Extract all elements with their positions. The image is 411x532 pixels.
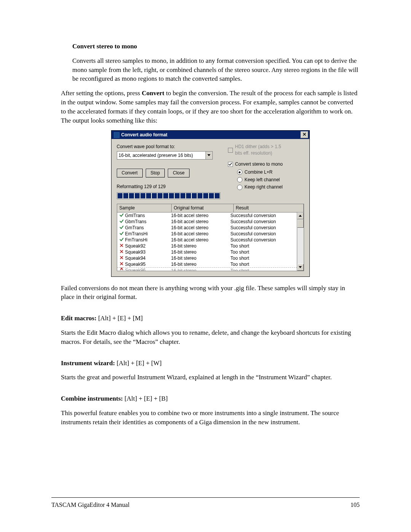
dialog-title: Convert audio format [121,132,301,138]
table-row[interactable]: Squeak9316-bit stereoToo short [117,249,297,255]
dialog-titlebar: Convert audio format ✕ [112,131,309,139]
edit-macros-heading: Edit macros: [Alt] + [E] + [M] [61,314,360,323]
table-row[interactable]: EmTransHi16-bit accel stereoSuccessful c… [117,231,297,237]
edit-macros-desc: Starts the Edit Macro dialog which allow… [61,328,360,347]
table-row[interactable]: GmTrans16-bit accel stereoSuccessful con… [117,225,297,231]
radio-left-label: Keep left channel [245,177,280,183]
table-row[interactable]: Squeak9216-bit stereoToo short [117,243,297,249]
radio-right[interactable] [237,185,242,190]
col-orig-header[interactable]: Original format [172,204,234,212]
close-button[interactable]: Close [168,169,190,177]
footer-page: 105 [350,501,360,509]
check-icon [119,212,124,219]
scroll-thumb[interactable] [297,219,304,228]
radio-combine[interactable] [237,169,242,175]
status-text: Reformatting 129 of 129 [117,184,220,190]
col-sample-header[interactable]: Sample [117,204,172,212]
results-list: Sample Original format Result GmlTrans16… [117,204,304,271]
table-row[interactable]: FmTransHi16-bit accel stereoSuccessful c… [117,237,297,243]
stereo-heading: Convert stereo to mono [72,42,360,51]
table-row[interactable]: Squeak9516-bit stereoToo short [117,261,297,267]
x-icon [119,261,124,267]
failed-desc: Failed conversions do not mean there is … [61,284,360,302]
check-icon [119,237,124,243]
convert-audio-dialog: Convert audio format ✕ Convert wave pool… [111,130,310,276]
combine-heading: Combine instruments: [Alt] + [E] + [B] [61,394,360,403]
scrollbar[interactable] [297,212,304,271]
after-bold: Convert [142,89,164,97]
radio-combine-label: Combine L+R [245,169,273,176]
convert-button[interactable]: Convert [117,169,143,177]
col-result-header[interactable]: Result [234,204,304,212]
hd1-checkbox [228,148,233,153]
x-icon [119,255,124,261]
stereo-desc: Converts all stereo samples to mono, in … [72,56,360,83]
x-icon [119,267,124,271]
check-icon [119,225,124,231]
scroll-down-icon[interactable] [297,264,304,271]
scroll-up-icon[interactable] [297,212,304,219]
progress-bar [117,192,220,199]
check-icon [119,219,124,225]
footer-left: TASCAM GigaEditor 4 Manual [51,501,129,509]
instrument-wizard-desc: Starts the great and powerful Instrument… [61,373,360,382]
table-row[interactable]: Squeak9416-bit stereoToo short [117,255,297,261]
radio-left[interactable] [237,177,242,182]
after-setting-paragraph: After setting the options, press Convert… [61,89,360,125]
x-icon [119,243,124,249]
chevron-down-icon[interactable] [206,152,212,159]
table-row-partial: Squeak9616-bit stereoToo short [117,267,297,271]
combine-desc: This powerful feature enables you to com… [61,409,360,427]
after-pre: After setting the options, press [61,89,142,97]
format-combobox[interactable]: 16-bit, accelerated (preserve 16 bits) [117,151,213,160]
stereo-checkbox[interactable] [228,162,233,167]
radio-right-label: Keep right channel [245,184,283,190]
check-icon [119,231,124,237]
stop-button[interactable]: Stop [146,169,165,177]
x-icon [119,249,124,255]
format-value: 16-bit, accelerated (preserve 16 bits) [117,152,206,159]
format-label: Convert wave pool format to: [117,144,220,150]
app-icon [114,132,119,138]
stereo-label: Convert stereo to mono [235,161,283,168]
table-row[interactable]: GbmTrans16-bit accel stereoSuccessful co… [117,219,297,225]
hd1-label: HD1 dither (adds > 1.5bits eff. resoluti… [235,144,281,157]
instrument-wizard-heading: Instrument wizard: [Alt] + [E] + [W] [61,359,360,368]
close-icon[interactable]: ✕ [301,131,308,138]
table-row[interactable]: GmlTrans16-bit accel stereoSuccessful co… [117,212,297,219]
